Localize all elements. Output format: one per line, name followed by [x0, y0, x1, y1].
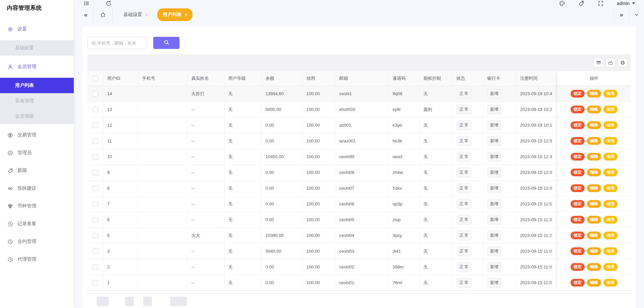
- credit-button[interactable]: 信用: [603, 121, 618, 129]
- edit-button[interactable]: 编辑: [587, 216, 601, 224]
- edit-button[interactable]: 编辑: [587, 184, 601, 192]
- close-icon[interactable]: ×: [145, 12, 148, 17]
- admin-menu[interactable]: admin: [617, 1, 635, 6]
- lock-button[interactable]: 锁定: [571, 106, 585, 113]
- bank-card-badge[interactable]: 新增: [487, 168, 501, 177]
- lock-button[interactable]: 锁定: [571, 216, 585, 224]
- lock-button[interactable]: 锁定: [571, 247, 585, 255]
- lock-button[interactable]: 锁定: [571, 169, 585, 176]
- row-checkbox[interactable]: [93, 233, 98, 238]
- sidebar-item-trade-management[interactable]: 交易管理: [0, 128, 74, 142]
- print-button[interactable]: [618, 58, 627, 67]
- credit-button[interactable]: 信用: [603, 169, 618, 176]
- status-badge[interactable]: 正常: [457, 278, 472, 288]
- edit-button[interactable]: 编辑: [587, 200, 601, 208]
- columns-settings-button[interactable]: [594, 58, 603, 67]
- lock-button[interactable]: 锁定: [571, 232, 585, 239]
- edit-button[interactable]: 编辑: [587, 279, 601, 287]
- status-badge[interactable]: 正常: [457, 231, 472, 240]
- status-badge[interactable]: 正常: [457, 152, 472, 162]
- tabs-menu-button[interactable]: [629, 7, 644, 23]
- tab-basic-settings[interactable]: 基础设置×: [118, 8, 153, 21]
- row-checkbox[interactable]: [93, 264, 98, 270]
- sidebar-item-agent-management[interactable]: 代理管理: [0, 253, 74, 266]
- close-icon[interactable]: ×: [184, 12, 187, 17]
- row-checkbox[interactable]: [93, 280, 98, 286]
- bank-card-badge[interactable]: 新增: [487, 89, 501, 99]
- edit-button[interactable]: 编辑: [587, 232, 601, 239]
- edit-button[interactable]: 编辑: [587, 169, 601, 176]
- edit-button[interactable]: 编辑: [587, 121, 601, 129]
- pagination-button[interactable]: [143, 297, 152, 306]
- bank-card-badge[interactable]: 新增: [487, 136, 501, 146]
- status-badge[interactable]: 正常: [457, 199, 472, 209]
- credit-button[interactable]: 信用: [603, 247, 618, 255]
- pagination-button[interactable]: [97, 297, 109, 306]
- lock-button[interactable]: 锁定: [571, 121, 585, 129]
- export-button[interactable]: [606, 58, 615, 67]
- fullscreen-icon[interactable]: [597, 0, 604, 7]
- credit-button[interactable]: 信用: [603, 90, 618, 98]
- palette-icon[interactable]: [558, 0, 565, 7]
- row-checkbox[interactable]: [93, 123, 98, 128]
- sidebar-item-realname-management[interactable]: 实名管理: [0, 93, 74, 109]
- sidebar-item-currency-management[interactable]: 币种管理: [0, 199, 74, 213]
- bank-card-badge[interactable]: 新增: [487, 183, 501, 193]
- credit-button[interactable]: 信用: [603, 137, 618, 145]
- bank-card-badge[interactable]: 新增: [487, 105, 501, 114]
- lock-button[interactable]: 锁定: [571, 279, 585, 287]
- edit-button[interactable]: 编辑: [587, 90, 601, 98]
- row-checkbox[interactable]: [93, 201, 98, 207]
- credit-button[interactable]: 信用: [603, 106, 618, 113]
- tabs-scroll-right-button[interactable]: »: [614, 7, 629, 23]
- credit-button[interactable]: 信用: [603, 232, 618, 239]
- sidebar-item-record-view[interactable]: 记录查看: [0, 217, 74, 231]
- row-checkbox[interactable]: [93, 138, 98, 144]
- row-checkbox[interactable]: [93, 170, 98, 175]
- indent-menu-icon[interactable]: [83, 0, 90, 7]
- tag-icon[interactable]: [578, 0, 585, 7]
- credit-button[interactable]: 信用: [603, 153, 618, 161]
- credit-button[interactable]: 信用: [603, 200, 618, 208]
- edit-button[interactable]: 编辑: [587, 106, 601, 113]
- search-button[interactable]: [153, 37, 179, 49]
- search-input[interactable]: [88, 37, 147, 49]
- status-badge[interactable]: 正常: [457, 136, 472, 146]
- bank-card-badge[interactable]: 新增: [487, 199, 501, 209]
- bank-card-badge[interactable]: 新增: [487, 246, 501, 256]
- sidebar-item-member-management[interactable]: 会员管理: [0, 60, 74, 73]
- bank-card-badge[interactable]: 新增: [487, 262, 501, 272]
- lock-button[interactable]: 锁定: [571, 200, 585, 208]
- sidebar-item-administrator[interactable]: 管理员: [0, 146, 74, 160]
- status-badge[interactable]: 正常: [457, 183, 472, 193]
- status-badge[interactable]: 正常: [457, 262, 472, 272]
- status-badge[interactable]: 正常: [457, 246, 472, 256]
- status-badge[interactable]: 正常: [457, 120, 472, 130]
- bank-card-badge[interactable]: 新增: [487, 120, 501, 130]
- edit-button[interactable]: 编辑: [587, 137, 601, 145]
- bank-card-badge[interactable]: 新增: [487, 215, 501, 225]
- row-checkbox[interactable]: [93, 217, 98, 223]
- lock-button[interactable]: 锁定: [571, 263, 585, 271]
- bank-card-badge[interactable]: 新增: [487, 278, 501, 288]
- status-badge[interactable]: 正常: [457, 89, 472, 99]
- edit-button[interactable]: 编辑: [587, 247, 601, 255]
- row-checkbox[interactable]: [93, 91, 98, 97]
- sidebar-item-settings[interactable]: 设置: [0, 22, 74, 36]
- row-checkbox[interactable]: [93, 249, 98, 254]
- credit-button[interactable]: 信用: [603, 263, 618, 271]
- select-all-checkbox[interactable]: [93, 76, 98, 81]
- status-badge[interactable]: 正常: [457, 215, 472, 225]
- row-checkbox[interactable]: [93, 186, 98, 191]
- bank-card-badge[interactable]: 新增: [487, 231, 501, 240]
- status-badge[interactable]: 正常: [457, 168, 472, 177]
- lock-button[interactable]: 锁定: [571, 153, 585, 161]
- sidebar-item-basic-settings[interactable]: 基础设置: [0, 40, 74, 56]
- edit-button[interactable]: 编辑: [587, 263, 601, 271]
- sidebar-item-contract-management[interactable]: 合约管理: [0, 235, 74, 248]
- credit-button[interactable]: 信用: [603, 279, 618, 287]
- lock-button[interactable]: 锁定: [571, 184, 585, 192]
- sidebar-item-user-list[interactable]: 用户列表: [0, 78, 74, 93]
- sidebar-item-member-level[interactable]: 会员等级: [0, 109, 74, 124]
- lock-button[interactable]: 锁定: [571, 90, 585, 98]
